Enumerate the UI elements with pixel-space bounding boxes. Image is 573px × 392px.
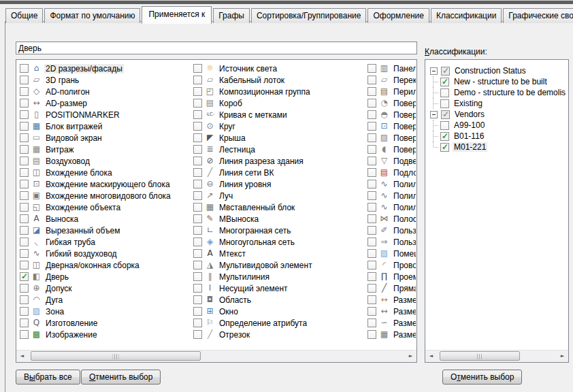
item-checkbox[interactable] (20, 157, 29, 165)
item-checkbox[interactable] (193, 307, 202, 316)
item-checkbox[interactable] (367, 318, 376, 327)
tree-checkbox[interactable] (440, 78, 449, 86)
item-checkbox[interactable] (20, 64, 29, 73)
item-checkbox[interactable] (20, 99, 29, 108)
item-checkbox[interactable] (367, 110, 376, 119)
item-checkbox[interactable] (20, 295, 29, 304)
item-checkbox[interactable] (367, 226, 376, 235)
tab-columns[interactable]: Графы (213, 8, 250, 23)
item-checkbox[interactable] (367, 284, 376, 293)
tree-group-row[interactable]: Construction Status (428, 65, 567, 76)
item-checkbox[interactable] (367, 145, 376, 154)
scroll-left-arrow-icon[interactable]: ◄ (425, 350, 437, 362)
tree-item-row[interactable]: Demo - structure to be demolis (428, 87, 567, 98)
item-checkbox[interactable] (193, 180, 202, 189)
item-checkbox[interactable] (193, 64, 202, 73)
scroll-thumb[interactable] (440, 351, 520, 361)
tree-checkbox[interactable] (440, 88, 449, 97)
tree-item-row[interactable]: New - structure to be built (428, 76, 567, 87)
tree-checkbox[interactable] (441, 67, 450, 76)
item-checkbox[interactable] (367, 330, 376, 339)
item-checkbox[interactable] (20, 238, 29, 246)
item-checkbox[interactable] (193, 295, 202, 304)
item-checkbox[interactable] (193, 87, 202, 96)
item-checkbox[interactable] (193, 191, 202, 200)
tab-general[interactable]: Общие (5, 8, 43, 23)
tab-default-format[interactable]: Формат по умолчанию (44, 8, 140, 23)
item-checkbox[interactable] (193, 318, 202, 327)
item-checkbox[interactable] (367, 76, 376, 84)
item-checkbox[interactable] (367, 99, 376, 108)
item-checkbox[interactable] (20, 249, 29, 258)
item-checkbox[interactable] (193, 226, 202, 235)
item-checkbox[interactable] (20, 76, 29, 84)
item-checkbox[interactable] (193, 99, 202, 108)
tree-checkbox[interactable] (440, 121, 449, 130)
tab-classifications[interactable]: Классификации (431, 8, 502, 23)
tree-item-row[interactable]: B01-116 (428, 131, 567, 142)
item-checkbox[interactable] (20, 145, 29, 154)
tree-checkbox[interactable] (440, 99, 449, 108)
tree-checkbox[interactable] (440, 132, 449, 141)
tab-sorting-grouping[interactable]: Сортировка/Группирование (251, 8, 367, 23)
scroll-left-arrow-icon[interactable]: ◄ (16, 350, 28, 362)
item-checkbox[interactable] (193, 272, 202, 281)
item-checkbox[interactable] (20, 261, 29, 270)
item-checkbox[interactable] (20, 87, 29, 96)
item-checkbox[interactable] (20, 272, 29, 281)
item-checkbox[interactable] (193, 157, 202, 165)
item-checkbox[interactable] (367, 191, 376, 200)
scroll-thumb[interactable] (31, 351, 201, 361)
item-checkbox[interactable] (20, 133, 29, 142)
collapse-expander-icon[interactable] (430, 67, 438, 75)
tree-checkbox[interactable] (441, 110, 450, 119)
item-checkbox[interactable] (367, 307, 376, 316)
tab-formatting[interactable]: Оформление (367, 8, 429, 23)
item-checkbox[interactable] (20, 180, 29, 189)
tree-item-row[interactable]: M01-221 (428, 142, 567, 152)
item-checkbox[interactable] (193, 133, 202, 142)
deselect-classifications-button[interactable]: Отменить выбор (442, 370, 522, 385)
item-checkbox[interactable] (20, 191, 29, 200)
item-checkbox[interactable] (367, 122, 376, 131)
item-checkbox[interactable] (193, 168, 202, 177)
item-checkbox[interactable] (367, 249, 376, 258)
item-checkbox[interactable] (20, 122, 29, 131)
item-checkbox[interactable] (193, 145, 202, 154)
item-checkbox[interactable] (193, 122, 202, 131)
tab-graphic-properties[interactable]: Графические свойства (503, 8, 573, 23)
item-checkbox[interactable] (193, 284, 202, 293)
item-checkbox[interactable] (193, 330, 202, 339)
item-checkbox[interactable] (20, 318, 29, 327)
deselect-button[interactable]: Отменить выбор (81, 370, 161, 385)
tree-checkbox[interactable] (440, 143, 449, 152)
item-checkbox[interactable] (20, 214, 29, 223)
item-checkbox[interactable] (20, 284, 29, 293)
item-checkbox[interactable] (367, 238, 376, 246)
tree-group-row[interactable]: Vendors (428, 109, 567, 120)
scroll-right-arrow-icon[interactable]: ► (405, 350, 416, 362)
item-checkbox[interactable] (193, 76, 202, 84)
scroll-right-arrow-icon[interactable]: ► (557, 350, 568, 362)
filter-input[interactable] (16, 42, 417, 54)
tree-item-row[interactable]: A99-100 (428, 120, 567, 131)
item-checkbox[interactable] (20, 226, 29, 235)
select-all-button[interactable]: Выбрать все (16, 370, 80, 385)
tree-item-row[interactable]: Existing (428, 98, 567, 109)
item-checkbox[interactable] (367, 203, 376, 212)
item-checkbox[interactable] (367, 64, 376, 73)
item-checkbox[interactable] (367, 168, 376, 177)
item-checkbox[interactable] (367, 272, 376, 281)
item-checkbox[interactable] (20, 330, 29, 339)
collapse-expander-icon[interactable] (430, 111, 438, 118)
item-checkbox[interactable] (367, 261, 376, 270)
item-checkbox[interactable] (367, 157, 376, 165)
item-checkbox[interactable] (367, 214, 376, 223)
item-checkbox[interactable] (367, 295, 376, 304)
tab-applies-to[interactable]: Применяется к (142, 6, 212, 24)
item-checkbox[interactable] (20, 110, 29, 119)
item-checkbox[interactable] (193, 203, 202, 212)
item-checkbox[interactable] (367, 180, 376, 189)
item-checkbox[interactable] (367, 133, 376, 142)
item-checkbox[interactable] (193, 238, 202, 246)
